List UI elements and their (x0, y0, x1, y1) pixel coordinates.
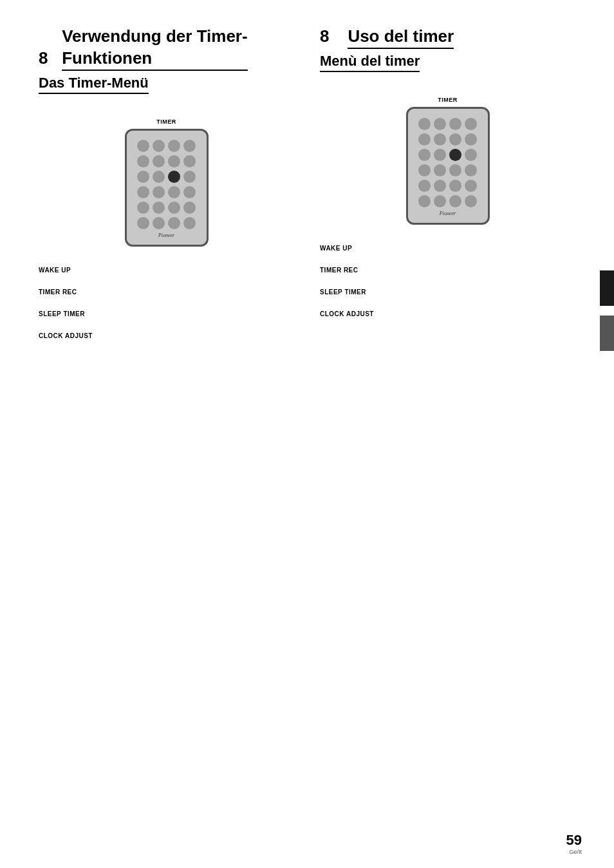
r-btn-r5c2 (434, 180, 446, 192)
r-btn-r4c1 (418, 164, 431, 176)
r-btn-r3c3-highlight (449, 149, 461, 161)
r-btn-r6c1 (418, 195, 431, 207)
r-btn-r4c2 (434, 164, 446, 176)
btn-r2c2 (153, 155, 165, 167)
remote-row-3 (135, 171, 199, 183)
right-remote-wrapper: Pioneer (320, 107, 575, 225)
page-footer: 59 Ge/It (566, 832, 582, 855)
btn-r4c4 (183, 186, 196, 198)
btn-r4c1 (137, 186, 149, 198)
right-title: 8 Uso del timer (320, 26, 575, 49)
btn-r5c2 (153, 202, 165, 214)
r-remote-row-4 (416, 164, 480, 176)
right-column: 8 Uso del timer Menù del timer TIMER (313, 26, 582, 354)
btn-r6c2 (153, 217, 165, 229)
right-section-heading: 8 Uso del timer Menù del timer (320, 26, 575, 91)
left-section-heading: 8 Verwendung der Timer- Funktionen Das T… (39, 26, 294, 113)
btn-r4c3 (168, 186, 180, 198)
btn-r2c4 (183, 155, 196, 167)
btn-r2c3 (168, 155, 180, 167)
r-btn-r5c1 (418, 180, 431, 192)
r-btn-r3c2 (434, 149, 446, 161)
left-menu-section: WAKE UP TIMER REC SLEEP TIMER CLOCK ADJU… (39, 266, 294, 341)
remote-row-6 (135, 217, 199, 229)
right-section-number: 8 (320, 26, 329, 46)
r-remote-row-1 (416, 118, 480, 130)
right-remote-brand: Pioneer (416, 211, 480, 216)
r-btn-r1c3 (449, 118, 461, 130)
r-btn-r3c4 (465, 149, 477, 161)
r-btn-r6c2 (434, 195, 446, 207)
r-remote-row-2 (416, 133, 480, 146)
btn-r2c1 (137, 155, 149, 167)
columns-layout: 8 Verwendung der Timer- Funktionen Das T… (32, 26, 582, 354)
r-remote-row-3 (416, 149, 480, 161)
r-remote-row-6 (416, 195, 480, 207)
left-menu-sleep-timer: SLEEP TIMER (39, 310, 294, 319)
left-column: 8 Verwendung der Timer- Funktionen Das T… (32, 26, 301, 354)
right-title-text: Uso del timer (348, 26, 454, 49)
accent-bar-bottom (600, 316, 614, 351)
page-container: 8 Verwendung der Timer- Funktionen Das T… (0, 0, 614, 868)
left-remote-wrapper: Pioneer (39, 129, 294, 247)
r-btn-r5c4 (465, 180, 477, 192)
btn-r4c2 (153, 186, 165, 198)
btn-r1c1 (137, 140, 149, 152)
r-btn-r6c4 (465, 195, 477, 207)
r-btn-r1c4 (465, 118, 477, 130)
r-btn-r2c3 (449, 133, 461, 146)
r-btn-r2c1 (418, 133, 431, 146)
left-remote-brand: Pioneer (135, 232, 199, 238)
r-btn-r4c3 (449, 164, 461, 176)
btn-r6c4 (183, 217, 196, 229)
remote-row-2 (135, 155, 199, 167)
btn-r3c2 (153, 171, 165, 183)
right-timer-label: TIMER (320, 97, 575, 103)
right-menu-timer-rec: TIMER REC (320, 266, 575, 275)
btn-r1c2 (153, 140, 165, 152)
r-btn-r1c2 (434, 118, 446, 130)
btn-r3c1 (137, 171, 149, 183)
remote-row-1 (135, 140, 199, 152)
right-menu-wake-up: WAKE UP (320, 244, 575, 253)
r-btn-r3c1 (418, 149, 431, 161)
right-menu-section: WAKE UP TIMER REC SLEEP TIMER CLOCK ADJU… (320, 244, 575, 319)
right-subtitle: Menù del timer (320, 53, 420, 72)
left-section-number: 8 (39, 48, 48, 68)
page-lang: Ge/It (566, 849, 582, 855)
left-remote: Pioneer (125, 129, 209, 247)
remote-row-5 (135, 202, 199, 214)
r-btn-r4c4 (465, 164, 477, 176)
r-btn-r5c3 (449, 180, 461, 192)
r-remote-row-5 (416, 180, 480, 192)
r-btn-r2c4 (465, 133, 477, 146)
right-menu-sleep-timer: SLEEP TIMER (320, 288, 575, 297)
btn-r1c4 (183, 140, 196, 152)
r-btn-r6c3 (449, 195, 461, 207)
left-subtitle: Das Timer-Menü (39, 75, 149, 94)
r-btn-r2c2 (434, 133, 446, 146)
r-btn-r1c1 (418, 118, 431, 130)
left-menu-clock-adjust: CLOCK ADJUST (39, 332, 294, 341)
btn-r5c1 (137, 202, 149, 214)
right-menu-clock-adjust: CLOCK ADJUST (320, 310, 575, 319)
btn-r5c3 (168, 202, 180, 214)
btn-r1c3 (168, 140, 180, 152)
btn-r3c3-highlight (168, 171, 180, 183)
btn-r6c1 (137, 217, 149, 229)
btn-r6c3 (168, 217, 180, 229)
remote-row-4 (135, 186, 199, 198)
btn-r3c4 (183, 171, 196, 183)
page-number: 59 (566, 832, 582, 849)
left-title: 8 Verwendung der Timer- Funktionen (39, 26, 294, 71)
left-menu-wake-up: WAKE UP (39, 266, 294, 275)
btn-r5c4 (183, 202, 196, 214)
left-timer-label: TIMER (39, 118, 294, 125)
right-remote: Pioneer (406, 107, 490, 225)
left-title-text: Verwendung der Timer- Funktionen (62, 26, 247, 71)
left-menu-timer-rec: TIMER REC (39, 288, 294, 297)
accent-bar-top (600, 270, 614, 306)
